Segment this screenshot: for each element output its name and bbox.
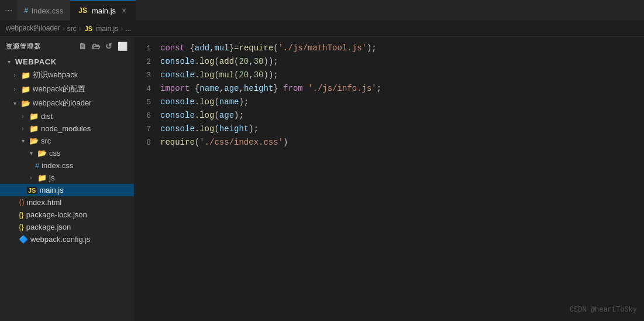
breadcrumb-part-1: webpack的loader — [6, 23, 60, 33]
chevron-down-icon: ▾ — [5, 59, 13, 65]
sidebar-item-index-css[interactable]: # index.css — [0, 159, 134, 172]
chevron-down-icon-2: ▾ — [11, 100, 19, 107]
line-number-8: 8 — [137, 136, 160, 149]
sidebar-title-label: 资源管理器 — [6, 42, 40, 51]
tab-label-main-js: main.js — [92, 6, 116, 15]
sidebar-label-main-js: main.js — [39, 186, 63, 194]
line-number-7: 7 — [137, 123, 160, 136]
line-number-6: 6 — [137, 110, 160, 122]
sidebar-item-webpack-pei-zhi[interactable]: › 📁 webpack的配置 — [0, 82, 134, 96]
folder-open-icon-3: 📂 — [37, 149, 47, 158]
tab-label-index-css: index.css — [32, 6, 63, 15]
sidebar-item-webpack[interactable]: ▾ WEBPACK — [0, 56, 134, 68]
sidebar-label-webpack-loader: webpack的loader — [33, 98, 91, 108]
html-file-icon: ⟨⟩ — [19, 198, 25, 207]
chevron-right-icon: › — [11, 72, 19, 78]
tab-close-button[interactable]: × — [119, 6, 129, 15]
sidebar-title: 资源管理器 🗎 🗁 ↺ ⬜ — [0, 37, 134, 56]
sidebar-item-js[interactable]: › 📁 js — [0, 172, 134, 184]
css-icon: # — [24, 6, 28, 15]
sidebar-item-dist[interactable]: › 📁 dist — [0, 110, 134, 122]
breadcrumb-sep-1: › — [63, 25, 65, 33]
sidebar-label-chu-shi-webpack: 初识webpack — [33, 70, 78, 80]
line-number-3: 3 — [137, 69, 160, 82]
sidebar-item-webpack-loader[interactable]: ▾ 📂 webpack的loader — [0, 96, 134, 110]
chevron-right-icon-2: › — [11, 86, 19, 93]
folder-icon-3: 📁 — [29, 112, 39, 121]
sidebar-item-package-json[interactable]: {} package.json — [0, 221, 134, 233]
sidebar-item-node-modules[interactable]: › 📁 node_modules — [0, 122, 134, 135]
code-editor[interactable]: 1 const {add,mul}=require('./js/mathTool… — [135, 37, 644, 321]
tab-more-button[interactable]: ··· — [0, 5, 17, 16]
sidebar-item-package-lock-json[interactable]: {} package-lock.json — [0, 209, 134, 221]
js-icon: JS — [77, 6, 88, 15]
new-folder-icon[interactable]: 🗁 — [92, 42, 101, 51]
code-content-5: console.log(name); — [160, 95, 642, 108]
code-line-1: 1 const {add,mul}=require('./js/mathTool… — [135, 42, 644, 55]
code-content-1: const {add,mul}=require('./js/mathTool.j… — [160, 42, 642, 54]
sidebar-item-webpack-config-js[interactable]: 🔷 webpack.config.js — [0, 233, 134, 245]
folder-icon: 📁 — [21, 71, 30, 80]
sidebar-root-label: WEBPACK — [15, 57, 57, 66]
watermark: CSDN @heartToSky — [570, 303, 637, 316]
chevron-right-icon-3: › — [19, 113, 27, 119]
code-content-7: console.log(height); — [160, 122, 642, 135]
main-layout: 资源管理器 🗎 🗁 ↺ ⬜ ▾ WEBPACK › 📁 初识webpack › — [0, 37, 644, 321]
code-line-7: 7 console.log(height); — [135, 122, 644, 136]
line-number-5: 5 — [137, 96, 160, 109]
breadcrumb: webpack的loader › src › JS main.js › ... — [0, 21, 644, 37]
tab-main-js[interactable]: JS main.js × — [70, 0, 136, 21]
folder-icon-2: 📁 — [21, 85, 30, 94]
sidebar-item-src[interactable]: ▾ 📂 src — [0, 135, 134, 147]
sidebar-label-package-json: package.json — [26, 223, 71, 231]
code-line-2: 2 console.log(add(20,30)); — [135, 55, 644, 69]
breadcrumb-part-3: main.js — [96, 25, 118, 33]
code-line-8: 8 require('./css/index.css') — [135, 136, 644, 149]
json-file-icon-1: {} — [19, 210, 24, 219]
folder-open-icon-2: 📂 — [29, 136, 39, 145]
tab-index-css[interactable]: # index.css — [17, 0, 70, 21]
sidebar-label-dist: dist — [41, 112, 53, 121]
breadcrumb-sep-3: › — [120, 25, 123, 33]
sidebar-title-icons: 🗎 🗁 ↺ ⬜ — [78, 42, 128, 51]
sidebar-label-src: src — [41, 136, 51, 145]
code-line-4: 4 import {name,age,height} from './js/in… — [135, 82, 644, 95]
css-file-icon: # — [35, 161, 39, 170]
chevron-down-icon-4: ▾ — [27, 150, 35, 156]
code-line-6: 6 console.log(age); — [135, 109, 644, 122]
breadcrumb-js-icon: JS — [84, 25, 94, 32]
chevron-right-icon-4: › — [19, 125, 27, 132]
line-number-4: 4 — [137, 83, 160, 95]
chevron-right-icon-5: › — [27, 175, 35, 181]
code-content-2: console.log(add(20,30)); — [160, 55, 642, 68]
folder-open-icon: 📂 — [21, 99, 30, 108]
sidebar-label-index-css: index.css — [42, 161, 73, 170]
sidebar-label-css: css — [49, 149, 61, 158]
tab-bar: ··· # index.css JS main.js × — [0, 0, 644, 21]
code-content-6: console.log(age); — [160, 109, 642, 122]
folder-icon-5: 📁 — [37, 173, 47, 182]
breadcrumb-sep-2: › — [79, 25, 81, 33]
sidebar-label-node-modules: node_modules — [41, 124, 91, 133]
code-line-3: 3 console.log(mul(20,30)); — [135, 69, 644, 82]
sidebar-label-js: js — [49, 173, 54, 182]
sidebar-item-chu-shi-webpack[interactable]: › 📁 初识webpack — [0, 68, 134, 82]
sidebar-item-main-js[interactable]: JS main.js — [0, 184, 134, 196]
breadcrumb-part-4: ... — [125, 25, 131, 33]
sidebar-label-webpack-pei-zhi: webpack的配置 — [33, 84, 85, 94]
breadcrumb-part-2: src — [67, 25, 77, 33]
js-file-icon: JS — [27, 187, 37, 194]
code-line-5: 5 console.log(name); — [135, 95, 644, 109]
sidebar-label-webpack-config-js: webpack.config.js — [30, 235, 91, 244]
refresh-icon[interactable]: ↺ — [105, 42, 113, 51]
folder-icon-4: 📁 — [29, 124, 39, 133]
sidebar-item-css[interactable]: ▾ 📂 css — [0, 147, 134, 159]
collapse-icon[interactable]: ⬜ — [118, 42, 128, 51]
chevron-down-icon-3: ▾ — [19, 138, 27, 144]
new-file-icon[interactable]: 🗎 — [78, 42, 87, 51]
sidebar-item-index-html[interactable]: ⟨⟩ index.html — [0, 196, 134, 209]
sidebar-label-package-lock-json: package-lock.json — [26, 210, 87, 219]
code-content-4: import {name,age,height} from './js/info… — [160, 82, 642, 95]
sidebar: 资源管理器 🗎 🗁 ↺ ⬜ ▾ WEBPACK › 📁 初识webpack › — [0, 37, 135, 321]
sidebar-label-index-html: index.html — [27, 198, 61, 207]
